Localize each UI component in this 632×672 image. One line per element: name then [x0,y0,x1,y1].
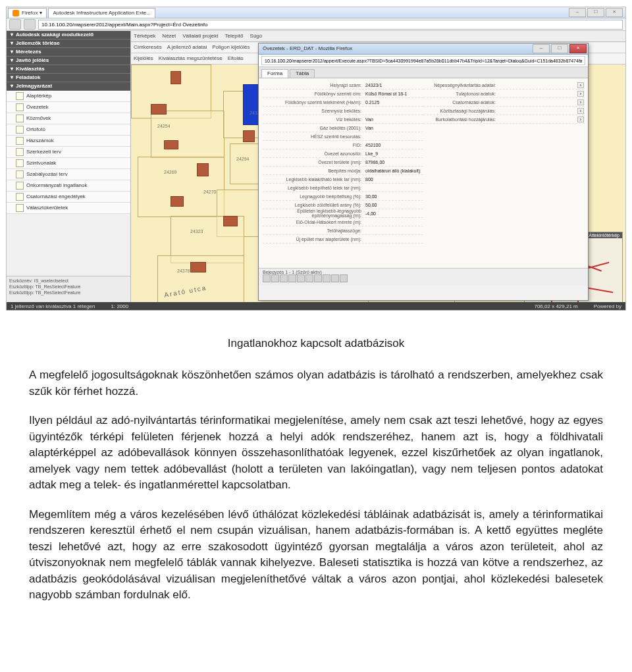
tab-table[interactable]: Tábla [290,69,315,78]
form-value[interactable]: 50,00 [365,203,423,207]
form-row: Gáz bekötés (2001):Van [263,124,423,132]
form-label: Épületen legkisebb-legnagyobb építményma… [263,209,365,218]
expand-icon[interactable]: › [577,116,584,122]
firefox-label: Firefox [22,11,38,16]
layer-item[interactable]: Szerkezeti terv [7,147,130,158]
browser-titlebar: Firefox ▾ Autodesk Infrastructure Applic… [7,7,625,18]
tool-button[interactable]: Címkeresés [134,45,162,50]
form-row: Legkisebb kialakítható telek tar (nm):80… [263,175,423,184]
menu-item[interactable]: Térképek [134,34,155,39]
form-row: Elő-Oldal-Hátsókert mérete (m): [263,218,423,226]
parcel-number: 24378 [177,269,190,273]
dialog-titlebar: Övezetek - ERD_DAT - Mozilla Firefox – □… [259,43,588,55]
tool-button[interactable]: Poligon kijelölés [212,45,250,50]
dialog-close-button[interactable]: × [569,44,587,53]
layer-item[interactable]: Szintvonalak [7,158,130,169]
layer-item[interactable]: Önkormányzati ingatlanok [7,180,130,192]
menu-item[interactable]: Telepítő [225,34,244,39]
tool-button[interactable]: Kijelölés [134,56,153,61]
form-row: Burkolatbontási hozzájárulás:› [423,115,584,124]
parcel-number: 24254 [157,124,170,128]
form-row: Köztisztasági hozzájárulás:› [423,107,584,115]
form-value[interactable]: oldalhatáron álló (kialakult) [365,168,423,173]
form-value[interactable]: 30,00 [365,194,423,199]
menu-item[interactable]: Vállalati projekt [182,34,218,39]
form-label: Földkönyv szerinti telekméret (Ha/m): [263,100,365,105]
form-value[interactable]: -4,00 [365,211,423,216]
parcel-number: 24269 [164,170,176,174]
tab-form[interactable]: Forma [261,69,288,78]
form-label: Övezet azonosító: [263,151,365,156]
form-row: Szennyvíz bekötés: [263,107,423,115]
dialog-min-button[interactable]: – [533,44,550,53]
form-value[interactable]: 452100 [365,143,423,147]
form-row: Új épület max alapterülete (nm): [263,235,423,244]
expand-icon[interactable]: › [577,82,584,88]
expand-icon[interactable]: › [577,108,584,114]
form-value[interactable]: Van [365,126,423,130]
tool-button[interactable]: A jellemző adatai [167,45,207,50]
form-row: Csatornázási adatok:› [423,98,584,107]
sidebar-group[interactable]: Autodesk szakági modulkezelő [7,31,130,39]
layer-item[interactable]: Házszámok [7,136,130,147]
form-value[interactable]: Külső Római út 18-1 [365,91,423,96]
sidebar-group[interactable]: Jelmagyarázat [7,82,130,91]
layer-item[interactable]: Szabályozási terv [7,169,130,180]
form-row: Földkönyv szerinti telekméret (Ha/m):0.2… [263,98,423,107]
layer-item[interactable]: Ortofotó [7,124,130,136]
selection-status: 1 jellemző van kiválasztva 1 rétegen [11,304,95,309]
form-value[interactable]: 24323/1 [365,83,423,88]
dialog-max-button[interactable]: □ [551,44,568,53]
window-close-button[interactable]: × [606,8,623,17]
form-row: Tetőhajlásszöge: [263,226,423,235]
form-label: Népességnyilvántartás adatai: [423,83,500,88]
firefox-button[interactable]: Firefox ▾ [8,8,47,18]
expand-icon[interactable]: › [577,99,584,105]
browser-tab-main[interactable]: Autodesk Infrastructure Application Exte… [48,8,155,18]
parcel-number: 24323 [190,229,203,234]
form-row: Helyrajzi szám:24323/1 [263,81,423,90]
nav-back-button[interactable] [9,19,21,30]
form-label: Új épület max alapterülete (nm): [263,237,365,242]
menu-item[interactable]: Súgó [250,34,263,39]
form-value[interactable]: Van [365,117,423,122]
form-value[interactable]: 800 [365,177,423,182]
menu-item[interactable]: Nézet [162,34,176,39]
form-label: Legkisebb beépíthető telek tar (nm): [263,186,365,190]
form-value[interactable]: Lke_9 [365,151,423,156]
form-label: Földkönyv szerinti cím: [263,91,365,96]
sidebar-group[interactable]: Javító jelölés [7,57,130,65]
form-label: Víz bekötés: [263,117,365,122]
form-row: Övezet területe (nm):87986,00 [263,158,423,167]
main-menu: Térképek Nézet Vállalati projekt Telepít… [131,31,625,42]
expand-icon[interactable]: › [577,91,584,97]
layer-item[interactable]: Csatornázási engedélyek [7,192,130,203]
layer-item[interactable]: Alaptérkép [7,91,130,102]
dialog-toolbar-icons[interactable] [263,274,584,283]
nav-forward-button[interactable] [24,19,36,30]
window-max-button[interactable]: □ [587,8,604,17]
dialog-body: Helyrajzi szám:24323/1Földkönyv szerinti… [259,78,588,268]
sidebar-group[interactable]: Méretezés [7,48,130,57]
sidebar-group[interactable]: Kiválasztás [7,65,130,74]
layer-item[interactable]: Választókerületek [7,203,130,214]
tool-button[interactable]: Eltolás [228,56,244,61]
dialog-url-input[interactable] [261,56,585,65]
form-label: Burkolatbontási hozzájárulás: [423,117,500,122]
form-label: FID: [263,143,365,147]
form-label: Övezet területe (nm): [263,160,365,165]
layer-item[interactable]: Közművek [7,113,130,124]
form-row: Tulajdonosi adatok:› [423,90,584,98]
layer-item[interactable]: Övezetek [7,102,130,113]
form-value[interactable]: 87986,00 [365,160,423,165]
form-row: Földkönyv szerinti cím:Külső Római út 18… [263,90,423,98]
form-label: Tulajdonosi adatok: [423,91,500,96]
document-body: Ingatlanokhoz kapcsolt adatbázisok A meg… [0,329,632,639]
window-min-button[interactable]: – [569,8,586,17]
sidebar-group[interactable]: Jellemzők törlése [7,39,130,48]
tool-button[interactable]: Kiválasztás megszüntetése [159,56,223,61]
scale-status: 1: 2000 [111,304,129,309]
form-value[interactable]: 0.2125 [365,100,423,105]
sidebar-group[interactable]: Feladatok [7,74,130,82]
url-input[interactable] [38,20,623,30]
